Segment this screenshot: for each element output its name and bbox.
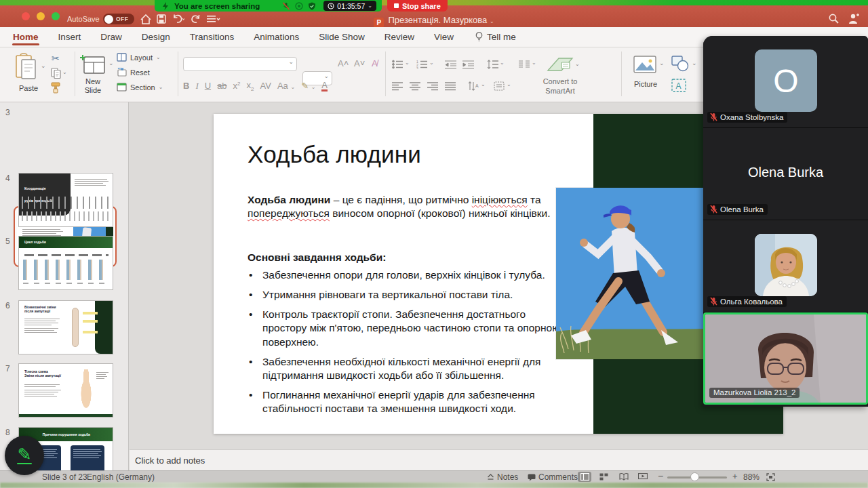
slide-canvas[interactable]: Ходьба людини Ходьба людини – це є падін…	[214, 114, 783, 434]
participant-tile-mazurkova-active[interactable]: Mazurkova Liolia 213_2	[703, 312, 868, 405]
strikethrough-button[interactable]: ab	[217, 81, 226, 91]
notes-toggle[interactable]: Notes	[487, 472, 518, 482]
reset-button[interactable]: Reset	[117, 68, 150, 77]
superscript-button[interactable]: x2	[233, 81, 241, 91]
tab-draw[interactable]: Draw	[100, 28, 123, 46]
mini-body-figure	[77, 369, 95, 410]
zoom-annotate-button[interactable]: ✎	[5, 436, 44, 475]
layout-button[interactable]: Layout⌄	[117, 53, 161, 62]
zoom-slider-knob[interactable]	[690, 472, 699, 481]
mic-muted-icon	[710, 205, 717, 214]
thumb-number: 5	[5, 237, 10, 246]
new-slide-label[interactable]: NewSlide	[77, 77, 108, 95]
tab-view[interactable]: View	[433, 28, 454, 46]
picture-label[interactable]: Picture	[631, 80, 660, 88]
shrink-font-button[interactable]: A˅	[354, 58, 365, 68]
grow-font-button[interactable]: A˄	[338, 58, 349, 68]
lightbulb-icon	[475, 32, 483, 42]
clear-format-button[interactable]: A̸	[372, 58, 378, 68]
thumbnail-slide-7[interactable]: Тілесна схемаЗміни після ампутації	[18, 363, 113, 418]
align-left-icon[interactable]	[392, 81, 403, 91]
text-box-icon[interactable]: A	[671, 79, 686, 92]
bold-button[interactable]: B	[183, 81, 189, 91]
mic-muted-icon	[710, 113, 717, 121]
participant-tile-olga[interactable]: Ольга Ковальова	[703, 220, 868, 312]
mic-muted-icon	[710, 297, 717, 306]
tab-design[interactable]: Design	[141, 28, 171, 46]
paste-icon[interactable]	[15, 53, 38, 80]
zoom-in-button[interactable]: +	[732, 471, 738, 481]
align-text-icon[interactable]	[494, 81, 505, 91]
bullets-icon[interactable]	[392, 60, 403, 69]
text-direction-icon[interactable]: A	[468, 81, 479, 91]
columns-icon[interactable]	[518, 60, 530, 69]
underline-button[interactable]: U	[205, 81, 211, 91]
highlight-button[interactable]: ✎ ⌄	[301, 81, 315, 91]
slide-intro-textbox[interactable]: Ходьба людини – це є падіння, що ритмічн…	[248, 193, 558, 221]
search-icon[interactable]	[829, 14, 839, 24]
stop-share-button[interactable]: Stop share	[387, 0, 448, 12]
slideshow-view-button[interactable]	[636, 472, 650, 482]
justify-icon[interactable]	[445, 81, 456, 91]
normal-view-button[interactable]	[578, 472, 591, 482]
notes-pane[interactable]: Click to add notes	[130, 449, 868, 470]
convert-smartart-label[interactable]: Convert toSmartArt	[536, 77, 585, 96]
tab-slide-show[interactable]: Slide Show	[318, 28, 366, 46]
section-button[interactable]: Section⌄	[117, 83, 163, 92]
thumb-number: 6	[5, 301, 10, 310]
notes-placeholder[interactable]: Click to add notes	[135, 455, 205, 466]
slide-sorter-view-button[interactable]	[597, 472, 610, 482]
reading-view-button[interactable]	[617, 472, 631, 482]
comments-toggle[interactable]: Comments	[528, 472, 578, 482]
copy-icon[interactable]	[51, 68, 62, 79]
subscript-button[interactable]: x2	[247, 80, 254, 92]
align-right-icon[interactable]	[427, 81, 439, 91]
bullet-item: Забезпечення необхідної кількості механі…	[248, 355, 561, 382]
tab-animations[interactable]: Animations	[253, 28, 300, 46]
picture-icon[interactable]	[633, 56, 656, 73]
share-banner-label: You are screen sharing	[174, 2, 277, 10]
mini-title-8: Причини порушення ходьби	[19, 432, 113, 436]
meeting-timer[interactable]: 01:35:57 ⌄	[323, 1, 376, 11]
change-case-button[interactable]: Aa ⌄	[277, 81, 295, 91]
zoom-percentage[interactable]: 88%	[743, 472, 760, 482]
video-icon	[295, 2, 303, 10]
align-center-icon[interactable]	[410, 81, 421, 91]
character-spacing-button[interactable]: AV	[260, 81, 271, 91]
slide-bullet-list[interactable]: Забезпечення опори для голови, верхніх к…	[248, 268, 561, 422]
font-name-combo[interactable]	[183, 57, 297, 71]
slide-title-textbox[interactable]: Ходьба людини	[248, 141, 421, 168]
new-slide-icon[interactable]	[80, 54, 106, 75]
thumbnail-slide-5[interactable]: Цикл ходьби	[18, 236, 113, 290]
convert-smartart-icon[interactable]	[547, 54, 574, 75]
paste-label[interactable]: Paste	[15, 84, 42, 92]
numbering-icon[interactable]: 123	[416, 60, 428, 69]
italic-button[interactable]: I	[195, 81, 198, 92]
outdent-icon[interactable]	[445, 60, 456, 69]
cut-icon[interactable]: ✂	[52, 53, 60, 64]
copy-chevron-icon: ⌄	[62, 69, 67, 75]
tab-review[interactable]: Review	[384, 28, 415, 46]
paragraph-group: ⌄ 123 ⌄ ⌄ ⌄ ⌄ Convert toSmartArt A ⌄ ⌄	[392, 52, 616, 98]
tab-transitions[interactable]: Transitions	[189, 28, 235, 46]
indent-icon[interactable]	[462, 60, 474, 69]
thumbnail-slide-6[interactable]: Біомеханічні змінипісля ампутації	[18, 300, 113, 354]
participant-tile-oxana[interactable]: O Oxana Stolbynska	[703, 36, 868, 128]
format-painter-icon[interactable]	[50, 81, 62, 94]
tab-insert[interactable]: Insert	[58, 28, 82, 46]
share-user-icon[interactable]	[848, 13, 860, 24]
shapes-icon[interactable]	[671, 56, 689, 72]
participant-tile-olena[interactable]: Olena Burka Olena Burka	[703, 128, 868, 220]
zoom-out-button[interactable]: −	[658, 470, 663, 481]
new-slide-chevron-icon: ⌄	[108, 60, 114, 66]
fit-to-window-icon[interactable]	[766, 473, 775, 481]
thumbnail-slide-4[interactable]: Координаціярухів при ходьбі	[18, 173, 113, 227]
tell-me-box[interactable]: Tell me	[475, 32, 516, 42]
thumb-number: 4	[5, 174, 10, 183]
document-title[interactable]: PПрезентація. Мазуркова ⌄	[0, 15, 868, 28]
walking-woman-photo[interactable]	[556, 188, 705, 359]
tab-home[interactable]: Home	[12, 28, 39, 46]
language-selector[interactable]: English (Germany)	[87, 472, 155, 482]
line-spacing-icon[interactable]	[487, 60, 498, 69]
font-color-button[interactable]: A	[321, 81, 328, 92]
